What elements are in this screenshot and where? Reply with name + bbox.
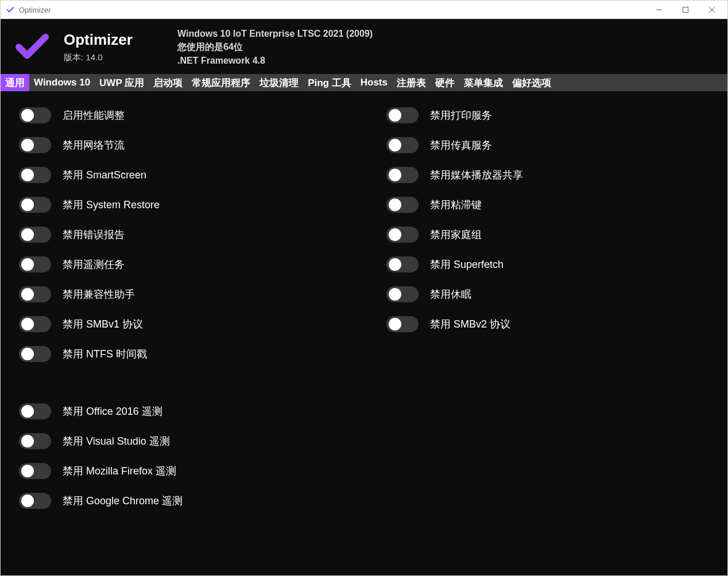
toggle-system-restore[interactable] bbox=[19, 197, 51, 213]
tab-registry[interactable]: 注册表 bbox=[392, 74, 431, 91]
option-network-throttling: 禁用网络节流 bbox=[19, 137, 335, 153]
tab-uwp[interactable]: UWP 应用 bbox=[95, 74, 149, 91]
option-label: 禁用 NTFS 时间戳 bbox=[63, 347, 147, 361]
option-label: 禁用媒体播放器共享 bbox=[430, 168, 523, 182]
option-label: 禁用 SMBv2 协议 bbox=[430, 317, 510, 331]
section-spacer bbox=[19, 376, 335, 390]
general-content: 启用性能调整 禁用网络节流 禁用 SmartScreen 禁用 System R… bbox=[1, 91, 727, 575]
tab-cleanup[interactable]: 垃圾清理 bbox=[255, 74, 303, 91]
option-office-telemetry: 禁用 Office 2016 遥测 bbox=[19, 403, 335, 419]
toggle-compat-assistant[interactable] bbox=[19, 286, 51, 302]
toggle-chrome-telemetry[interactable] bbox=[19, 493, 51, 509]
option-system-restore: 禁用 System Restore bbox=[19, 197, 335, 213]
option-homegroup: 禁用家庭组 bbox=[386, 227, 709, 243]
logo-icon bbox=[11, 26, 53, 68]
options-right-column: 禁用打印服务 禁用传真服务 禁用媒体播放器共享 禁用粘滞键 禁用家庭组 bbox=[358, 107, 709, 559]
option-label: 禁用 SmartScreen bbox=[63, 168, 146, 182]
toggle-telemetry-tasks[interactable] bbox=[19, 256, 51, 273]
arch-info: 您使用的是64位 bbox=[177, 41, 373, 53]
option-print-service: 禁用打印服务 bbox=[386, 107, 709, 123]
toggle-hibernation[interactable] bbox=[386, 286, 419, 302]
option-fax-service: 禁用传真服务 bbox=[386, 137, 709, 153]
option-vs-telemetry: 禁用 Visual Studio 遥测 bbox=[19, 433, 335, 449]
option-label: 启用性能调整 bbox=[63, 108, 125, 122]
option-label: 禁用 Superfetch bbox=[430, 258, 504, 271]
option-label: 禁用 Google Chrome 遥测 bbox=[63, 494, 183, 508]
app-title-block: Optimizer 版本: 14.0 bbox=[64, 31, 150, 63]
option-smbv2: 禁用 SMBv2 协议 bbox=[386, 316, 709, 332]
option-label: 禁用 System Restore bbox=[63, 198, 160, 212]
option-performance-tweaks: 启用性能调整 bbox=[19, 107, 335, 123]
option-label: 禁用遥测任务 bbox=[63, 258, 125, 271]
toggle-smbv2[interactable] bbox=[386, 316, 419, 332]
close-button[interactable] bbox=[699, 1, 725, 19]
toggle-performance-tweaks[interactable] bbox=[19, 107, 51, 123]
window-controls bbox=[646, 1, 725, 19]
tab-hardware[interactable]: 硬件 bbox=[431, 74, 459, 91]
tab-general[interactable]: 通用 bbox=[1, 74, 29, 91]
window-title: Optimizer bbox=[19, 6, 646, 14]
option-ntfs-timestamp: 禁用 NTFS 时间戳 bbox=[19, 346, 335, 362]
toggle-office-telemetry[interactable] bbox=[19, 403, 51, 419]
tab-startup[interactable]: 启动项 bbox=[149, 74, 187, 91]
toggle-print-service[interactable] bbox=[386, 107, 419, 123]
option-label: 禁用兼容性助手 bbox=[63, 287, 135, 301]
app-header: Optimizer 版本: 14.0 Windows 10 IoT Enterp… bbox=[1, 19, 727, 74]
option-label: 禁用传真服务 bbox=[430, 138, 492, 152]
minimize-button[interactable] bbox=[646, 1, 672, 19]
toggle-smartscreen[interactable] bbox=[19, 167, 51, 183]
app-icon bbox=[5, 5, 16, 15]
option-label: 禁用打印服务 bbox=[430, 108, 492, 122]
option-label: 禁用家庭组 bbox=[430, 228, 482, 242]
toggle-superfetch[interactable] bbox=[386, 256, 419, 273]
dotnet-info: .NET Framework 4.8 bbox=[177, 56, 373, 66]
svg-rect-1 bbox=[683, 7, 688, 13]
app-name: Optimizer bbox=[64, 31, 150, 49]
option-hibernation: 禁用休眠 bbox=[386, 286, 709, 302]
option-label: 禁用网络节流 bbox=[63, 138, 125, 152]
tab-hosts[interactable]: Hosts bbox=[356, 74, 392, 91]
tab-preferences[interactable]: 偏好选项 bbox=[508, 74, 556, 91]
option-smartscreen: 禁用 SmartScreen bbox=[19, 167, 335, 183]
option-label: 禁用 Office 2016 遥测 bbox=[63, 404, 162, 418]
tab-ping[interactable]: Ping 工具 bbox=[303, 74, 356, 91]
toggle-firefox-telemetry[interactable] bbox=[19, 463, 51, 479]
toggle-network-throttling[interactable] bbox=[19, 137, 51, 153]
toggle-smbv1[interactable] bbox=[19, 316, 51, 332]
option-telemetry-tasks: 禁用遥测任务 bbox=[19, 256, 335, 273]
tab-menu-integration[interactable]: 菜单集成 bbox=[459, 74, 508, 91]
os-info: Windows 10 IoT Enterprise LTSC 2021 (200… bbox=[177, 29, 373, 39]
tabbar: 通用 Windows 10 UWP 应用 启动项 常规应用程序 垃圾清理 Pin… bbox=[1, 74, 727, 91]
option-label: 禁用 Visual Studio 遥测 bbox=[63, 434, 170, 448]
option-error-reporting: 禁用错误报告 bbox=[19, 227, 335, 243]
option-smbv1: 禁用 SMBv1 协议 bbox=[19, 316, 335, 332]
toggle-ntfs-timestamp[interactable] bbox=[19, 346, 51, 362]
option-label: 禁用 SMBv1 协议 bbox=[63, 317, 143, 331]
client-area: Optimizer 版本: 14.0 Windows 10 IoT Enterp… bbox=[1, 19, 727, 575]
maximize-button[interactable] bbox=[672, 1, 699, 19]
option-label: 禁用休眠 bbox=[430, 287, 471, 301]
option-label: 禁用 Mozilla Firefox 遥测 bbox=[63, 464, 176, 478]
option-chrome-telemetry: 禁用 Google Chrome 遥测 bbox=[19, 493, 335, 509]
toggle-error-reporting[interactable] bbox=[19, 227, 51, 243]
option-firefox-telemetry: 禁用 Mozilla Firefox 遥测 bbox=[19, 463, 335, 479]
toggle-homegroup[interactable] bbox=[386, 227, 419, 243]
option-label: 禁用错误报告 bbox=[63, 228, 125, 242]
tab-apps[interactable]: 常规应用程序 bbox=[187, 74, 255, 91]
option-compat-assistant: 禁用兼容性助手 bbox=[19, 286, 335, 302]
app-version: 版本: 14.0 bbox=[64, 52, 150, 63]
options-left-column: 启用性能调整 禁用网络节流 禁用 SmartScreen 禁用 System R… bbox=[19, 107, 335, 559]
toggle-media-sharing[interactable] bbox=[386, 167, 419, 183]
option-media-sharing: 禁用媒体播放器共享 bbox=[386, 167, 709, 183]
option-label: 禁用粘滞键 bbox=[430, 198, 482, 212]
option-superfetch: 禁用 Superfetch bbox=[386, 256, 709, 273]
toggle-vs-telemetry[interactable] bbox=[19, 433, 51, 449]
toggle-fax-service[interactable] bbox=[386, 137, 419, 153]
toggle-sticky-keys[interactable] bbox=[386, 197, 419, 213]
app-window: Optimizer Optimizer 版本: 14.0 Windows 10 … bbox=[0, 0, 728, 576]
system-info: Windows 10 IoT Enterprise LTSC 2021 (200… bbox=[177, 29, 373, 66]
option-sticky-keys: 禁用粘滞键 bbox=[386, 197, 709, 213]
tab-windows10[interactable]: Windows 10 bbox=[29, 74, 95, 91]
titlebar: Optimizer bbox=[1, 1, 727, 19]
